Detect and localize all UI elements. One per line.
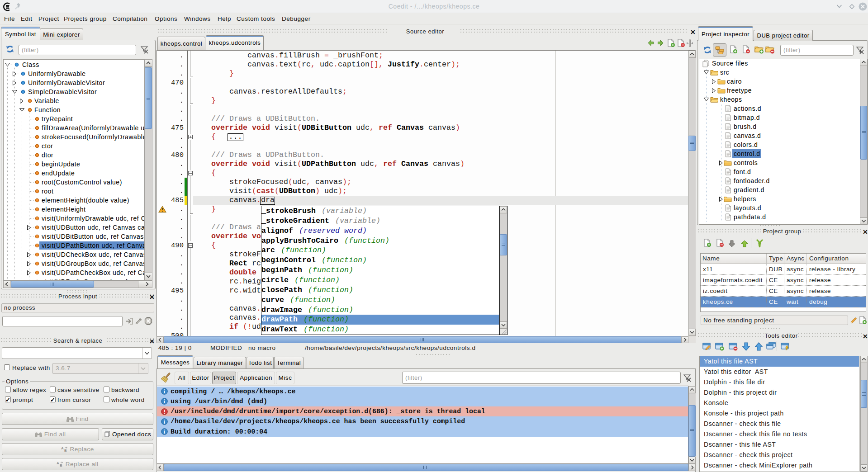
svg-text:B: B xyxy=(60,463,62,467)
svg-text:A: A xyxy=(61,446,64,450)
svg-text:A: A xyxy=(57,461,59,465)
svg-text:B: B xyxy=(64,448,67,452)
